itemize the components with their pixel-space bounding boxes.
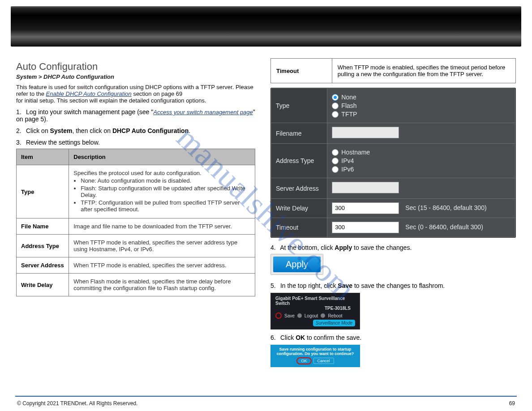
device-model: TPE-3018LS xyxy=(325,306,355,311)
server-address-input[interactable] xyxy=(332,182,399,193)
row-key: Type xyxy=(17,165,69,218)
apply-button[interactable]: Apply xyxy=(273,257,321,272)
step1-a: Log into your switch management page (se… xyxy=(26,108,153,116)
radio-label: TFTP xyxy=(341,111,357,118)
row-key: File Name xyxy=(17,218,69,235)
confirm-question: Save running configuration to startup co… xyxy=(274,347,356,356)
step2-a: Click on xyxy=(26,127,50,134)
label-filename: Filename xyxy=(271,123,327,144)
options-table: Item Description TypeSpecifies the proto… xyxy=(16,149,255,296)
timeout-table: Timeout When TFTP mode is enabled, speci… xyxy=(270,58,516,83)
table-header-row: Item Description xyxy=(17,149,255,165)
step2-c: , then click on xyxy=(72,127,112,134)
write-delay-note: Sec (15 - 86400, default 300) xyxy=(405,204,486,211)
radio-ipv6[interactable]: IPv6 xyxy=(332,166,511,173)
header-banner xyxy=(11,6,521,47)
ok-button[interactable]: OK xyxy=(296,357,311,364)
table-row: File NameImage and file name to be downl… xyxy=(17,218,255,235)
step3-text: Review the settings below. xyxy=(26,139,100,146)
intro-text-2: section on page xyxy=(133,90,176,97)
filename-input[interactable] xyxy=(332,127,399,138)
timeout-input[interactable]: 300 xyxy=(332,222,399,233)
timeout-note: Sec (0 - 86400, default 300) xyxy=(405,223,483,231)
table-row: Server AddressWhen TFTP mode is enabled,… xyxy=(17,257,255,274)
save-screenshot: Gigabit PoE+ Smart Surveillance Switch T… xyxy=(270,293,360,330)
radio-icon[interactable] xyxy=(332,94,339,101)
radio-ipv4[interactable]: IPv4 xyxy=(332,157,511,164)
step2-dhcp: DHCP Auto Configuration xyxy=(112,127,189,134)
save-highlight-icon xyxy=(275,313,282,319)
radio-label: Hostname xyxy=(341,149,370,156)
th-desc: Description xyxy=(69,149,255,165)
footer-rule xyxy=(15,396,517,397)
step6-ok: OK xyxy=(296,334,305,341)
row-value: When TFTP mode is enabled, specifies the… xyxy=(69,257,255,274)
step6-a: Click xyxy=(280,334,296,341)
table-row: Write DelayWhen Flash mode is enabled, s… xyxy=(17,274,255,296)
row-key: Server Address xyxy=(17,257,69,274)
radio-none[interactable]: None xyxy=(332,94,511,101)
panel-row-filename: Filename xyxy=(271,123,515,144)
reboot-label[interactable]: Reboot xyxy=(328,313,342,318)
radio-flash[interactable]: Flash xyxy=(332,102,511,109)
radio-label: Flash xyxy=(341,102,356,109)
table-row: Address TypeWhen TFTP mode is enabled, s… xyxy=(17,235,255,257)
row-key: Write Delay xyxy=(17,274,69,296)
right-column: Timeout When TFTP mode is enabled, speci… xyxy=(266,58,521,393)
radio-label: None xyxy=(341,94,356,101)
step4-apply: Apply xyxy=(335,244,352,251)
logout-label[interactable]: Logout xyxy=(305,313,318,318)
cancel-button[interactable]: Cancel xyxy=(313,358,334,364)
step2-d: . xyxy=(189,127,190,134)
radio-icon[interactable] xyxy=(332,149,339,156)
step-1: 1. Log into your switch management page … xyxy=(16,108,255,123)
logout-icon xyxy=(297,313,302,318)
row-key: Address Type xyxy=(17,235,69,257)
footer-copyright: © Copyright 2021 TRENDnet. All Rights Re… xyxy=(17,400,137,407)
label-timeout: Timeout xyxy=(271,218,327,237)
save-label[interactable]: Save xyxy=(284,313,295,318)
reboot-icon xyxy=(321,313,325,318)
step-4: 4. At the bottom, click Apply to save th… xyxy=(270,244,516,251)
value-type: None Flash TFTP xyxy=(327,89,515,123)
th-item: Item xyxy=(17,149,69,165)
radio-icon[interactable] xyxy=(332,103,339,109)
step5-c: to save the changes to flashrom. xyxy=(352,282,445,289)
radio-label: IPv6 xyxy=(341,166,354,173)
label-server-address: Server Address xyxy=(271,178,327,199)
write-delay-input[interactable]: 300 xyxy=(332,202,399,214)
step1-link[interactable]: Access your switch management page xyxy=(153,109,253,116)
step4-c: to save the changes. xyxy=(352,244,412,251)
table-row: Timeout When TFTP mode is enabled, speci… xyxy=(271,59,516,83)
panel-row-timeout: Timeout 300 Sec (0 - 86400, default 300) xyxy=(271,218,515,237)
step5-a: In the top right, click xyxy=(280,282,338,289)
intro-paragraph: This feature is used for switch configur… xyxy=(16,84,255,104)
radio-hostname[interactable]: Hostname xyxy=(332,149,511,156)
surveillance-mode-badge: Surveillance Mode xyxy=(313,320,355,326)
step-2: 2. Click on System, then click on DHCP A… xyxy=(16,127,255,134)
row-value: Image and file name to be downloaded fro… xyxy=(69,218,255,235)
timeout-desc: When TFTP mode is enabled, specifies the… xyxy=(332,59,515,83)
step-5: 5. In the top right, click Save to save … xyxy=(270,282,516,289)
intro-link[interactable]: Enable DHCP Auto Configuration xyxy=(46,90,132,97)
row-value: When TFTP mode is enabled, specifies the… xyxy=(69,235,255,257)
intro-page-ref: 69 xyxy=(176,90,182,97)
step2-system: System xyxy=(50,127,73,134)
radio-tftp[interactable]: TFTP xyxy=(332,111,511,118)
row-value: When Flash mode is enabled, specifies th… xyxy=(69,274,255,296)
panel-row-addrtype: Address Type Hostname IPv4 IPv6 xyxy=(271,144,515,178)
step5-save: Save xyxy=(338,282,352,289)
step-6: 6. Click OK to confirm the save. xyxy=(270,334,516,341)
table-row: TypeSpecifies the protocol used for auto… xyxy=(17,165,255,218)
breadcrumb: System > DHCP Auto Configuration xyxy=(16,73,255,80)
label-type: Type xyxy=(271,89,327,123)
row-value: Specifies the protocol used for auto con… xyxy=(69,165,255,218)
label-write-delay: Write Delay xyxy=(271,199,327,218)
apply-wrap: Apply xyxy=(270,254,323,275)
radio-icon[interactable] xyxy=(332,158,339,164)
radio-icon[interactable] xyxy=(332,166,339,173)
step6-c: to confirm the save. xyxy=(305,334,361,341)
radio-icon[interactable] xyxy=(332,111,339,118)
radio-label: IPv4 xyxy=(341,157,354,164)
label-address-type: Address Type xyxy=(271,144,327,178)
